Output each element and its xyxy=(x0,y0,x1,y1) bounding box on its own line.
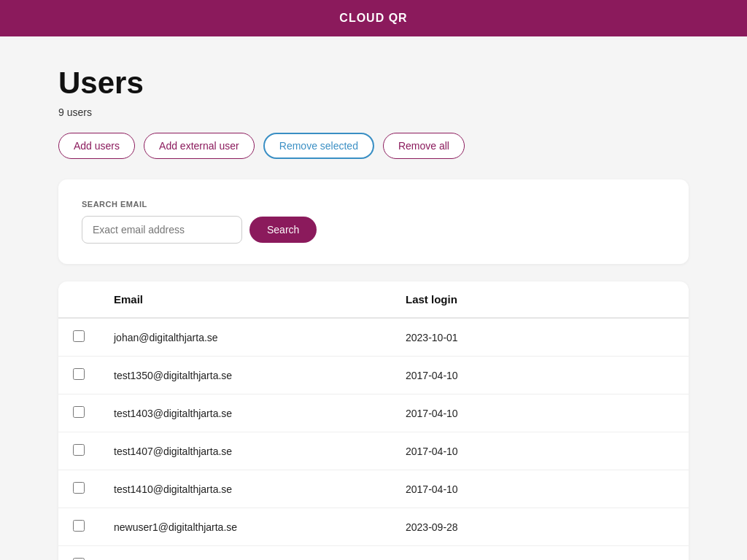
row-checkbox[interactable] xyxy=(73,330,85,342)
add-users-button[interactable]: Add users xyxy=(58,133,135,159)
row-email: test1403@digitalthjarta.se xyxy=(99,394,391,432)
row-checkbox-cell xyxy=(58,318,99,357)
row-last-login: 2017-04-10 xyxy=(391,357,689,394)
table-row: test1410@digitalthjarta.se2017-04-10 xyxy=(58,470,689,508)
row-checkbox-cell xyxy=(58,432,99,470)
row-email: newuser1@digitalthjarta.se xyxy=(99,508,391,546)
users-table-card: Email Last login johan@digitalthjarta.se… xyxy=(58,281,689,560)
table-row: test1407@digitalthjarta.se2017-04-10 xyxy=(58,432,689,470)
row-email: bulk1@digitalthjarta.se xyxy=(99,546,391,561)
row-last-login: 2023-09-28 xyxy=(391,508,689,546)
row-email: test1407@digitalthjarta.se xyxy=(99,432,391,470)
row-checkbox[interactable] xyxy=(73,368,85,380)
row-checkbox[interactable] xyxy=(73,406,85,418)
row-checkbox[interactable] xyxy=(73,444,85,456)
table-row: bulk1@digitalthjarta.se2023-09-28 xyxy=(58,546,689,561)
table-row: test1350@digitalthjarta.se2017-04-10 xyxy=(58,357,689,394)
row-last-login: 2017-04-10 xyxy=(391,432,689,470)
search-row: Search xyxy=(82,216,665,244)
search-button[interactable]: Search xyxy=(249,217,317,243)
row-checkbox[interactable] xyxy=(73,520,85,532)
app-title: CLOUD QR xyxy=(339,12,407,24)
table-row: test1403@digitalthjarta.se2017-04-10 xyxy=(58,394,689,432)
row-checkbox-cell xyxy=(58,394,99,432)
row-checkbox[interactable] xyxy=(73,482,85,494)
page-title: Users xyxy=(58,66,689,101)
users-table: Email Last login johan@digitalthjarta.se… xyxy=(58,281,689,560)
main-content: Users 9 users Add users Add external use… xyxy=(0,36,747,560)
row-checkbox-cell xyxy=(58,508,99,546)
col-header-email: Email xyxy=(99,281,391,318)
action-buttons: Add users Add external user Remove selec… xyxy=(58,133,689,159)
remove-all-button[interactable]: Remove all xyxy=(383,133,465,159)
search-input[interactable] xyxy=(82,216,242,244)
row-last-login: 2017-04-10 xyxy=(391,394,689,432)
app-header: CLOUD QR xyxy=(0,0,747,36)
user-count: 9 users xyxy=(58,106,689,118)
row-last-login: 2023-09-28 xyxy=(391,546,689,561)
row-email: test1410@digitalthjarta.se xyxy=(99,470,391,508)
col-header-last-login: Last login xyxy=(391,281,689,318)
search-label: SEARCH EMAIL xyxy=(82,200,665,209)
table-body: johan@digitalthjarta.se2023-10-01test135… xyxy=(58,318,689,560)
table-row: newuser1@digitalthjarta.se2023-09-28 xyxy=(58,508,689,546)
row-email: test1350@digitalthjarta.se xyxy=(99,357,391,394)
row-checkbox-cell xyxy=(58,470,99,508)
table-header: Email Last login xyxy=(58,281,689,318)
add-external-user-button[interactable]: Add external user xyxy=(144,133,255,159)
table-row: johan@digitalthjarta.se2023-10-01 xyxy=(58,318,689,357)
row-email: johan@digitalthjarta.se xyxy=(99,318,391,357)
search-card: SEARCH EMAIL Search xyxy=(58,179,689,264)
row-last-login: 2023-10-01 xyxy=(391,318,689,357)
row-checkbox-cell xyxy=(58,546,99,561)
row-last-login: 2017-04-10 xyxy=(391,470,689,508)
row-checkbox-cell xyxy=(58,357,99,394)
col-header-checkbox xyxy=(58,281,99,318)
remove-selected-button[interactable]: Remove selected xyxy=(263,133,374,159)
